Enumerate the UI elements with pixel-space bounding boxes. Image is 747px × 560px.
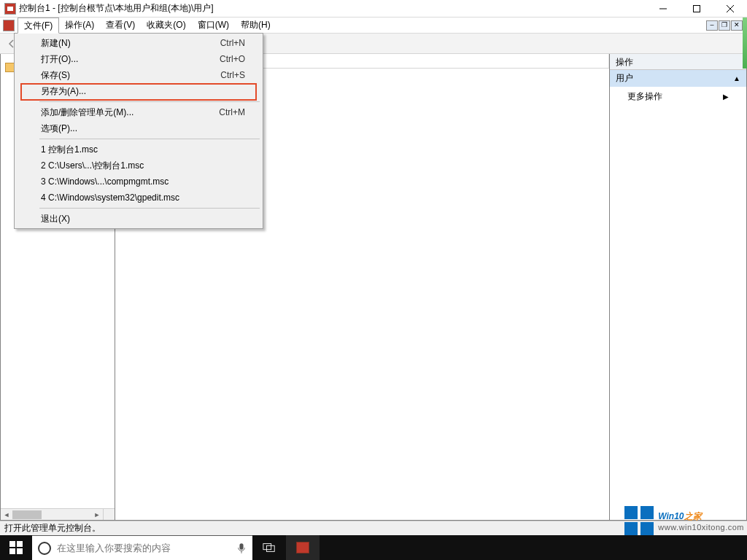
actions-pane: 操作 用户 ▲ 更多操作 ▶ bbox=[610, 54, 747, 521]
app-icon bbox=[4, 3, 16, 15]
actions-more[interactable]: 更多操作 ▶ bbox=[610, 87, 746, 106]
menu-item-label: 退出(X) bbox=[41, 213, 261, 225]
svg-rect-6 bbox=[263, 544, 271, 550]
svg-rect-0 bbox=[694, 5, 700, 12]
mdi-close-button[interactable]: ✕ bbox=[731, 20, 743, 31]
statusbar: 打开此管理单元控制台。 bbox=[0, 521, 747, 535]
maximize-button[interactable] bbox=[680, 0, 713, 18]
menu-item-label: 选项(P)... bbox=[41, 122, 261, 135]
status-text: 打开此管理单元控制台。 bbox=[4, 522, 101, 534]
taskbar bbox=[0, 535, 747, 560]
menu-item-accel: Ctrl+O bbox=[220, 54, 261, 64]
menu-separator bbox=[39, 101, 260, 102]
titlebar: 控制台1 - [控制台根节点\本地用户和组(本地)\用户] bbox=[0, 0, 747, 18]
taskbar-search-input[interactable] bbox=[57, 542, 231, 553]
menu-item-label: 保存(S) bbox=[41, 69, 220, 82]
svg-rect-1 bbox=[9, 541, 15, 547]
menu-item-accel: Ctrl+M bbox=[219, 107, 261, 117]
file-menu-recent-3[interactable]: 3 C:\Windows\...\compmgmt.msc bbox=[16, 174, 261, 190]
actions-section-users[interactable]: 用户 ▲ bbox=[610, 70, 746, 87]
file-menu-options[interactable]: 选项(P)... bbox=[16, 120, 261, 136]
menu-item-label: 2 C:\Users\...\控制台1.msc bbox=[41, 160, 261, 172]
close-button[interactable] bbox=[713, 0, 747, 18]
actions-header: 操作 bbox=[610, 54, 746, 70]
svg-rect-5 bbox=[239, 543, 243, 550]
mic-icon[interactable] bbox=[231, 542, 252, 554]
menu-item-label: 3 C:\Windows\...\compmgmt.msc bbox=[41, 176, 261, 187]
menubar: 文件(F) 操作(A) 查看(V) 收藏夹(O) 窗口(W) 帮助(H) – ❐… bbox=[0, 18, 747, 34]
actions-section-label: 用户 bbox=[616, 72, 633, 85]
menu-item-label: 另存为(A)... bbox=[41, 85, 245, 98]
mdi-controls: – ❐ ✕ bbox=[706, 18, 746, 33]
menu-help[interactable]: 帮助(H) bbox=[235, 18, 276, 33]
file-menu-exit[interactable]: 退出(X) bbox=[16, 211, 261, 227]
mdi-restore-button[interactable]: ❐ bbox=[719, 20, 730, 31]
taskview-button[interactable] bbox=[252, 535, 286, 560]
svg-rect-3 bbox=[9, 548, 15, 554]
mdi-minimize-button[interactable]: – bbox=[706, 20, 718, 31]
taskbar-apps bbox=[252, 535, 320, 560]
window-title: 控制台1 - [控制台根节点\本地用户和组(本地)\用户] bbox=[19, 2, 214, 15]
svg-rect-2 bbox=[17, 541, 23, 547]
svg-rect-7 bbox=[266, 545, 274, 551]
menu-separator bbox=[39, 139, 260, 139]
scroll-left-icon[interactable]: ◄ bbox=[1, 509, 12, 521]
file-menu-save-as[interactable]: 另存为(A)... bbox=[16, 83, 261, 99]
menu-item-label: 4 C:\Windows\system32\gpedit.msc bbox=[41, 192, 261, 203]
taskbar-search[interactable] bbox=[32, 535, 252, 560]
tree-horizontal-scrollbar[interactable]: ◄ ► bbox=[1, 508, 103, 520]
menu-item-label: 1 控制台1.msc bbox=[41, 144, 261, 156]
file-menu-dropdown: 新建(N) Ctrl+N 打开(O)... Ctrl+O 保存(S) Ctrl+… bbox=[14, 33, 263, 229]
taskbar-app-mmc[interactable] bbox=[286, 535, 320, 560]
scrollbar-thumb[interactable] bbox=[12, 510, 42, 519]
file-menu-recent-4[interactable]: 4 C:\Windows\system32\gpedit.msc bbox=[16, 190, 261, 206]
menu-item-accel: Ctrl+S bbox=[220, 70, 261, 80]
menu-item-label: 打开(O)... bbox=[41, 53, 220, 66]
file-menu-save[interactable]: 保存(S) Ctrl+S bbox=[16, 67, 261, 83]
menu-separator bbox=[39, 208, 260, 209]
menu-action[interactable]: 操作(A) bbox=[59, 18, 100, 33]
file-menu-open[interactable]: 打开(O)... Ctrl+O bbox=[16, 51, 261, 67]
menu-item-label: 新建(N) bbox=[41, 37, 220, 50]
menu-file[interactable]: 文件(F) bbox=[18, 18, 59, 34]
menu-view[interactable]: 查看(V) bbox=[100, 18, 141, 33]
mmc-icon bbox=[296, 542, 309, 553]
file-menu-recent-1[interactable]: 1 控制台1.msc bbox=[16, 141, 261, 158]
actions-more-label: 更多操作 bbox=[627, 90, 662, 103]
minimize-button[interactable] bbox=[646, 0, 680, 18]
file-menu-new[interactable]: 新建(N) Ctrl+N bbox=[16, 35, 261, 51]
page-scroll-indicator bbox=[743, 18, 747, 69]
menu-favorites[interactable]: 收藏夹(O) bbox=[141, 18, 191, 33]
scroll-corner bbox=[103, 508, 115, 520]
menu-item-label: 添加/删除管理单元(M)... bbox=[41, 106, 219, 119]
file-menu-add-remove-snapin[interactable]: 添加/删除管理单元(M)... Ctrl+M bbox=[16, 104, 261, 120]
cortana-icon[interactable] bbox=[32, 542, 57, 555]
chevron-right-icon: ▶ bbox=[723, 93, 729, 101]
file-menu-recent-2[interactable]: 2 C:\Users\...\控制台1.msc bbox=[16, 158, 261, 174]
collapse-icon: ▲ bbox=[733, 74, 740, 82]
doc-icon bbox=[3, 20, 15, 31]
scroll-right-icon[interactable]: ► bbox=[91, 509, 103, 521]
menu-item-accel: Ctrl+N bbox=[220, 38, 261, 48]
start-button[interactable] bbox=[0, 535, 32, 560]
svg-rect-4 bbox=[17, 548, 23, 554]
menu-window[interactable]: 窗口(W) bbox=[192, 18, 235, 33]
